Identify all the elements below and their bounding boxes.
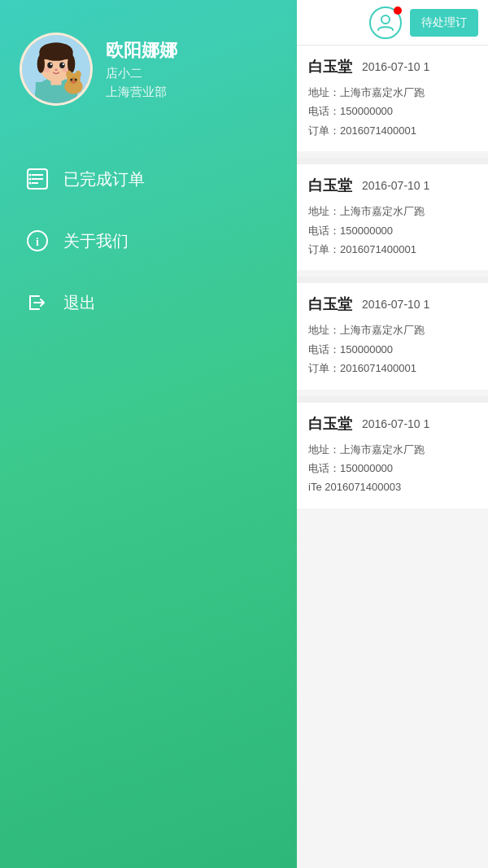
svg-point-8	[68, 55, 75, 72]
store-name: 白玉堂	[308, 414, 352, 434]
svg-point-13	[54, 69, 58, 72]
sidebar-item-about-us[interactable]: i 关于我们	[0, 210, 297, 272]
order-divider	[297, 396, 488, 403]
list-icon	[24, 166, 50, 192]
order-card[interactable]: 白玉堂 2016-07-10 1 地址：上海市嘉定水厂跑 电话：15000000…	[297, 164, 488, 270]
user-icon	[376, 13, 395, 33]
order-list: 白玉堂 2016-07-10 1 地址：上海市嘉定水厂跑 电话：15000000…	[297, 46, 488, 868]
svg-text:i: i	[36, 236, 39, 248]
order-card-header: 白玉堂 2016-07-10 1	[308, 414, 477, 434]
sidebar-item-about-us-label: 关于我们	[63, 230, 129, 252]
profile-role: 店小二	[106, 66, 177, 81]
order-number: iTe 2016071400003	[308, 478, 477, 496]
sidebar-item-completed-orders[interactable]: 已完成订单	[0, 148, 297, 210]
profile-department: 上海营业部	[106, 85, 177, 100]
notification-dot	[394, 7, 402, 15]
store-name: 白玉堂	[308, 57, 352, 76]
sidebar: 欧阳娜娜 店小二 上海营业部 已完成订单	[0, 0, 297, 868]
svg-point-10	[59, 63, 65, 68]
order-date: 2016-07-10 1	[362, 298, 429, 311]
order-card-header: 白玉堂 2016-07-10 1	[308, 294, 477, 314]
logout-icon	[24, 290, 50, 316]
order-card[interactable]: 白玉堂 2016-07-10 1 地址：上海市嘉定水厂跑 电话：15000000…	[297, 283, 488, 389]
order-date: 2016-07-10 1	[362, 179, 429, 192]
order-divider	[297, 158, 488, 164]
order-card-header: 白玉堂 2016-07-10 1	[308, 57, 477, 76]
profile-section: 欧阳娜娜 店小二 上海营业部	[0, 0, 297, 132]
avatar	[20, 33, 93, 106]
svg-rect-6	[39, 52, 72, 59]
header-avatar-button[interactable]	[369, 7, 402, 39]
order-number: 订单：2016071400001	[308, 359, 477, 377]
order-phone: 电话：150000000	[308, 102, 477, 120]
order-phone: 电话：150000000	[308, 221, 477, 240]
order-number: 订单：2016071400001	[308, 240, 477, 259]
svg-point-9	[47, 63, 53, 68]
order-date: 2016-07-10 1	[362, 60, 429, 73]
svg-point-21	[70, 79, 72, 81]
svg-point-12	[63, 63, 64, 65]
order-divider	[297, 277, 488, 283]
svg-point-33	[381, 15, 390, 24]
order-address: 地址：上海市嘉定水厂跑	[308, 440, 477, 459]
sidebar-item-logout[interactable]: 退出	[0, 272, 297, 334]
order-address: 地址：上海市嘉定水厂跑	[308, 83, 477, 102]
profile-name: 欧阳娜娜	[106, 38, 177, 63]
sidebar-menu: 已完成订单 i 关于我们 退出	[0, 148, 297, 334]
svg-point-11	[50, 63, 52, 65]
store-name: 白玉堂	[308, 294, 352, 314]
svg-point-28	[29, 174, 32, 177]
order-address: 地址：上海市嘉定水厂跑	[308, 202, 477, 220]
svg-point-7	[37, 55, 45, 72]
order-number: 订单：2016071400001	[308, 121, 477, 140]
svg-point-19	[75, 71, 81, 78]
svg-point-30	[29, 182, 32, 185]
order-card[interactable]: 白玉堂 2016-07-10 1 地址：上海市嘉定水厂跑 电话：15000000…	[297, 46, 488, 151]
svg-point-18	[66, 71, 72, 78]
order-card-header: 白玉堂 2016-07-10 1	[308, 176, 477, 195]
order-address: 地址：上海市嘉定水厂跑	[308, 321, 477, 339]
sidebar-item-completed-orders-label: 已完成订单	[63, 168, 145, 190]
pending-orders-button[interactable]: 待处理订	[410, 9, 478, 37]
svg-point-29	[29, 178, 32, 181]
order-date: 2016-07-10 1	[362, 417, 429, 430]
sidebar-item-logout-label: 退出	[63, 292, 96, 314]
main-panel: 待处理订 白玉堂 2016-07-10 1 地址：上海市嘉定水厂跑 电话：150…	[297, 0, 488, 868]
info-icon: i	[24, 228, 50, 254]
svg-point-14	[44, 68, 50, 72]
order-phone: 电话：150000000	[308, 459, 477, 478]
store-name: 白玉堂	[308, 176, 352, 195]
header-bar: 待处理订	[297, 0, 488, 46]
order-card[interactable]: 白玉堂 2016-07-10 1 地址：上海市嘉定水厂跑 电话：15000000…	[297, 403, 488, 508]
svg-point-23	[72, 81, 76, 83]
profile-info: 欧阳娜娜 店小二 上海营业部	[106, 38, 177, 100]
svg-point-22	[75, 79, 77, 81]
order-phone: 电话：150000000	[308, 340, 477, 359]
